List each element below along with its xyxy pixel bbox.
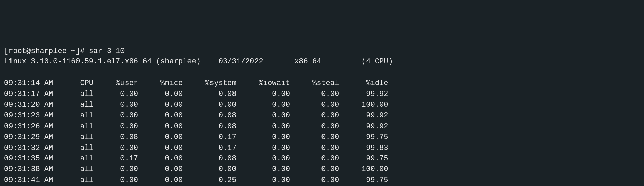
table-row: 09:31:41 AM all 0.00 0.00 0.25 0.00 0.00… — [4, 175, 640, 186]
shell-command: sar 3 10 — [89, 47, 125, 55]
shell-prompt: [root@sharplee ~]# — [4, 47, 89, 55]
table-row: 09:31:38 AM all 0.00 0.00 0.00 0.00 0.00… — [4, 164, 640, 175]
table-row: 09:31:23 AM all 0.00 0.00 0.08 0.00 0.00… — [4, 110, 640, 121]
system-info-line: Linux 3.10.0-1160.59.1.el7.x86_64 (sharp… — [4, 56, 640, 67]
table-row: 09:31:32 AM all 0.00 0.00 0.17 0.00 0.00… — [4, 143, 640, 154]
table-row: 09:31:26 AM all 0.00 0.00 0.08 0.00 0.00… — [4, 121, 640, 132]
blank-line — [4, 67, 640, 78]
table-row: 09:31:35 AM all 0.17 0.00 0.08 0.00 0.00… — [4, 153, 640, 164]
table-row: 09:31:20 AM all 0.00 0.00 0.00 0.00 0.00… — [4, 100, 640, 110]
table-row: 09:31:29 AM all 0.08 0.00 0.17 0.00 0.00… — [4, 132, 640, 143]
command-line: [root@sharplee ~]# sar 3 10 — [4, 46, 640, 57]
table-header-row: 09:31:14 AM CPU %user %nice %system %iow… — [4, 78, 640, 89]
table-row: 09:31:17 AM all 0.00 0.00 0.08 0.00 0.00… — [4, 89, 640, 100]
